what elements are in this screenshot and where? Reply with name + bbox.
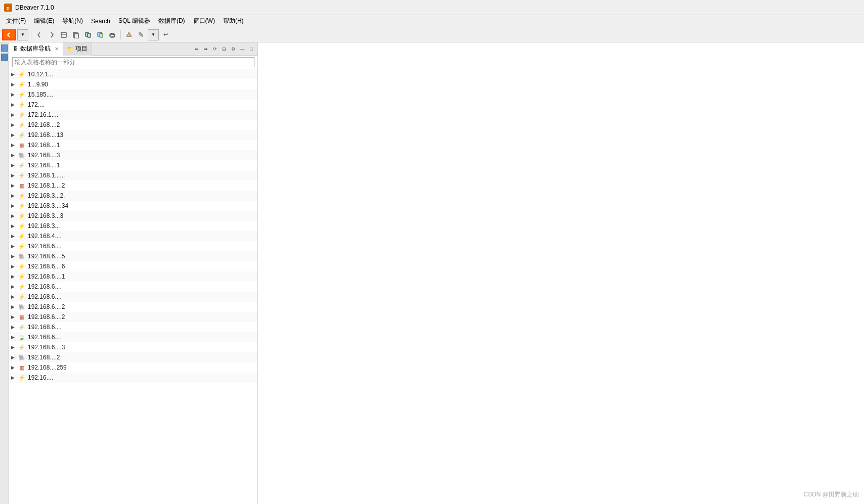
- title-bar: D DBeaver 7.1.0: [0, 0, 864, 15]
- tree-item[interactable]: ▶ ⚡ 192.168....1: [9, 160, 257, 170]
- tree-item[interactable]: ▶ ⚡ 192.168.3...2.: [9, 191, 257, 201]
- toolbar-btn-6[interactable]: [95, 29, 106, 40]
- tree-item[interactable]: ▶ ⚡ 192.168.3....34: [9, 201, 257, 211]
- panel-btn-prev[interactable]: ⬅: [193, 45, 201, 53]
- panel-btn-sync[interactable]: ⟳: [211, 45, 219, 53]
- tree-arrow: ▶: [11, 335, 18, 340]
- tree-item[interactable]: ▶ ⚡ 172....: [9, 100, 257, 110]
- toolbar-btn-10[interactable]: ↩: [160, 29, 171, 40]
- panel-tabs: 🗄 数据库导航 ✕ 📁 项目 ⬅ ➡ ⟳ ⊟ ⚙ — □: [9, 42, 257, 56]
- tree-item[interactable]: ▶ ⚡ 192.168.3...: [9, 221, 257, 231]
- menu-help[interactable]: 帮助(H): [219, 16, 248, 26]
- tree-item[interactable]: ▶ ▦ 192.168....1: [9, 140, 257, 150]
- menu-sql-editor[interactable]: SQL 编辑器: [114, 16, 154, 26]
- tree-item[interactable]: ▶ ⚡ 192.168.1...,..: [9, 170, 257, 180]
- tree-label: 192.168.6....3: [28, 344, 65, 351]
- tree-arrow: ▶: [11, 264, 18, 269]
- tree-item[interactable]: ▶ ⚡ 192.168.6....: [9, 241, 257, 251]
- tree-item[interactable]: ▶ ⚡ 10.12.1...: [9, 69, 257, 79]
- tree-item[interactable]: ▶ 🐘 192.168.6....2: [9, 302, 257, 312]
- tree-item[interactable]: ▶ 🐘 192.168....3: [9, 150, 257, 160]
- tree-label: 192.168.4....: [28, 233, 62, 240]
- menu-window[interactable]: 窗口(W): [189, 16, 219, 26]
- tree-item[interactable]: ▶ ⚡ 192.168.6....: [9, 282, 257, 292]
- tree-icon: ⚡: [18, 212, 26, 219]
- toolbar-btn-2[interactable]: [46, 29, 57, 40]
- tree-icon: ⚡: [18, 233, 26, 240]
- tab-db-navigator[interactable]: 🗄 数据库导航 ✕: [9, 42, 63, 56]
- tree-label: 192.168....2: [28, 354, 60, 361]
- toolbar-btn-7[interactable]: [107, 29, 118, 40]
- db-search-input[interactable]: [12, 57, 254, 67]
- toolbar-btn-1[interactable]: [34, 29, 45, 40]
- toolbar: ▼: [0, 27, 864, 42]
- tree-arrow: ▶: [11, 325, 18, 330]
- svg-rect-5: [74, 33, 78, 38]
- menu-navigate[interactable]: 导航(N): [58, 16, 87, 26]
- panel-btn-collapse[interactable]: ⊟: [220, 45, 228, 53]
- toolbar-btn-4[interactable]: [70, 29, 81, 40]
- toolbar-back-button[interactable]: [2, 29, 16, 40]
- tree-arrow: ▶: [11, 213, 18, 218]
- tree-icon: ⚡: [18, 91, 26, 98]
- tree-arrow: ▶: [11, 284, 18, 289]
- tree-item[interactable]: ▶ ⚡ 192.168.6....1: [9, 271, 257, 282]
- menu-edit[interactable]: 编辑(E): [30, 16, 58, 26]
- panel-btn-minimize[interactable]: —: [238, 45, 246, 53]
- svg-text:D: D: [7, 6, 10, 11]
- app-icon: D: [4, 4, 12, 12]
- tree-item[interactable]: ▶ ⚡ 172.16.1....: [9, 110, 257, 120]
- tab-db-navigator-label: 数据库导航: [20, 44, 51, 53]
- tree-label: 192.168....259: [28, 364, 67, 371]
- tree-item[interactable]: ▶ 🍃 192.168.6....: [9, 332, 257, 342]
- tree-icon: ⚡: [18, 324, 26, 331]
- tree-icon: ⚡: [18, 81, 26, 88]
- tree-item[interactable]: ▶ ⚡ 192.168.6....: [9, 322, 257, 332]
- panel-btn-maximize[interactable]: □: [247, 45, 255, 53]
- tree-label: 15.185....: [28, 91, 53, 98]
- tree-item[interactable]: ▶ ⚡ 192.168....2: [9, 120, 257, 130]
- tree-icon: ⚡: [18, 121, 26, 128]
- tree-icon: ⚡: [18, 273, 26, 280]
- tree-label: 192.168.6....2: [28, 303, 65, 310]
- tree-item[interactable]: ▶ ⚡ 192.168.4....: [9, 231, 257, 241]
- db-tree[interactable]: ▶ ⚡ 10.12.1... ▶ ⚡ 1...9.90 ▶ ⚡ 15.185..…: [9, 69, 257, 504]
- menu-database[interactable]: 数据库(D): [154, 16, 189, 26]
- tree-arrow: ▶: [11, 72, 18, 77]
- toolbar-btn-8[interactable]: !: [123, 29, 135, 40]
- tree-icon: ⚡: [18, 293, 26, 300]
- tree-item[interactable]: ▶ 🐘 192.168....2: [9, 352, 257, 362]
- tree-arrow: ▶: [11, 143, 18, 148]
- tree-item[interactable]: ▶ ⚡ 192.168.6....: [9, 292, 257, 302]
- tree-item[interactable]: ▶ ▦ 192.168.6....2: [9, 312, 257, 322]
- tree-arrow: ▶: [11, 193, 18, 198]
- tree-item[interactable]: ▶ ▦ 192.168....259: [9, 362, 257, 373]
- tree-item[interactable]: ▶ 🐘 192.168.6....5: [9, 251, 257, 261]
- tree-item[interactable]: ▶ ⚡ 192.168.3...3: [9, 211, 257, 221]
- toolbar-back-dropdown[interactable]: ▼: [17, 29, 28, 40]
- panel-btn-settings[interactable]: ⚙: [229, 45, 237, 53]
- tree-item[interactable]: ▶ ⚡ 15.185....: [9, 89, 257, 100]
- side-icon-1[interactable]: [1, 44, 8, 52]
- toolbar-btn9-dropdown[interactable]: ▼: [148, 29, 159, 40]
- toolbar-btn-3[interactable]: [58, 29, 69, 40]
- toolbar-btn-5[interactable]: [82, 29, 94, 40]
- menu-search[interactable]: Search: [87, 17, 114, 26]
- tab-projects[interactable]: 📁 项目: [63, 42, 92, 56]
- menu-bar: 文件(F) 编辑(E) 导航(N) Search SQL 编辑器 数据库(D) …: [0, 15, 864, 27]
- toolbar-btn-9[interactable]: ✎: [136, 29, 147, 40]
- tree-icon: ⚡: [18, 243, 26, 250]
- tree-item[interactable]: ▶ ▦ 192.168.1....2: [9, 180, 257, 191]
- tree-icon: ▦: [18, 364, 26, 371]
- tree-label: 192.168.6....: [28, 334, 62, 341]
- tree-item[interactable]: ▶ ⚡ 1...9.90: [9, 79, 257, 89]
- tree-item[interactable]: ▶ ⚡ 192.16....: [9, 373, 257, 383]
- tree-icon: ⚡: [18, 162, 26, 169]
- tree-label: 192.168.6....: [28, 324, 62, 331]
- tree-item[interactable]: ▶ ⚡ 192.168....13: [9, 130, 257, 140]
- panel-btn-next[interactable]: ➡: [202, 45, 210, 53]
- side-icon-2[interactable]: [1, 54, 8, 61]
- tree-item[interactable]: ▶ ⚡ 192.168.6....6: [9, 261, 257, 271]
- menu-file[interactable]: 文件(F): [2, 16, 30, 26]
- tree-item[interactable]: ▶ ⚡ 192.168.6....3: [9, 342, 257, 352]
